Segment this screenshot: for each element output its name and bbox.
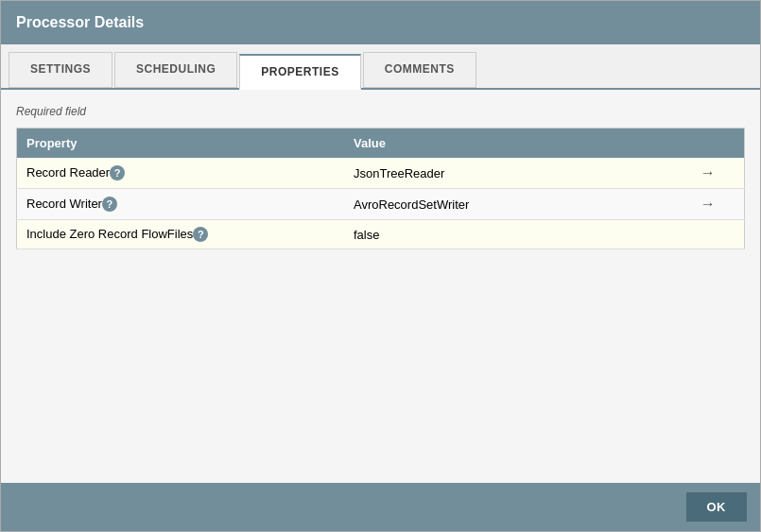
property-action-cell: → — [672, 158, 745, 189]
table-row: Include Zero Record FlowFiles?false — [17, 220, 745, 249]
property-name-cell: Include Zero Record FlowFiles? — [17, 220, 345, 249]
table-row: Record Reader?JsonTreeReader→ — [17, 158, 745, 189]
help-icon[interactable]: ? — [193, 227, 208, 242]
property-value-cell: AvroRecordSetWriter — [344, 189, 672, 220]
property-name-cell: Record Writer? — [17, 189, 345, 220]
property-name: Include Zero Record FlowFiles — [26, 227, 193, 241]
property-name: Record Reader — [26, 165, 110, 180]
property-action-cell — [672, 220, 745, 249]
ok-button[interactable]: OK — [686, 492, 748, 522]
tab-comments[interactable]: COMMENTS — [363, 52, 476, 88]
required-field-label: Required field — [16, 105, 745, 118]
property-value-cell: JsonTreeReader — [344, 158, 672, 189]
processor-details-dialog: Processor Details SETTINGS SCHEDULING PR… — [0, 0, 761, 532]
tab-scheduling[interactable]: SCHEDULING — [114, 52, 237, 88]
col-header-value: Value — [344, 129, 672, 159]
property-value-cell: false — [344, 220, 672, 249]
arrow-icon[interactable]: → — [700, 164, 716, 180]
arrow-icon[interactable]: → — [700, 196, 716, 212]
help-icon[interactable]: ? — [102, 197, 117, 212]
properties-table: Property Value Record Reader?JsonTreeRea… — [16, 128, 745, 249]
dialog-title: Processor Details — [16, 14, 144, 30]
dialog-body: Required field Property Value Record Rea… — [1, 90, 760, 483]
col-header-property: Property — [17, 129, 345, 159]
dialog-footer: OK — [1, 483, 760, 531]
dialog-header: Processor Details — [1, 1, 760, 44]
tab-settings[interactable]: SETTINGS — [9, 52, 112, 88]
table-row: Record Writer?AvroRecordSetWriter→ — [17, 189, 745, 220]
property-name: Record Writer — [26, 197, 102, 211]
tabs-bar: SETTINGS SCHEDULING PROPERTIES COMMENTS — [1, 44, 760, 90]
tab-properties[interactable]: PROPERTIES — [239, 54, 360, 90]
table-header-row: Property Value — [17, 129, 745, 159]
property-action-cell: → — [672, 189, 745, 220]
help-icon[interactable]: ? — [110, 165, 125, 180]
col-header-action — [672, 129, 745, 159]
property-name-cell: Record Reader? — [17, 158, 345, 189]
